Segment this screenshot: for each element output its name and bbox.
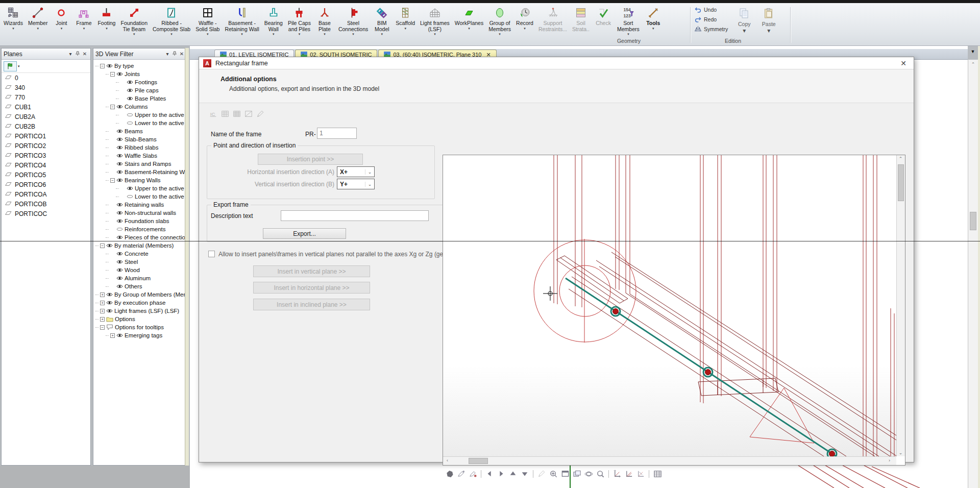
ribbon-item-bearing-wall[interactable]: BearingWall▾ <box>262 4 285 36</box>
tree-expander-icon[interactable]: − <box>100 64 105 68</box>
arrow-left-icon[interactable] <box>485 469 494 478</box>
eye-open-icon[interactable] <box>106 308 113 313</box>
axes-c-icon[interactable] <box>636 469 645 478</box>
tree-expander-icon[interactable]: + <box>100 317 105 322</box>
scrollbar-thumb[interactable] <box>898 164 904 201</box>
panel-close-icon[interactable]: ✕ <box>81 51 88 57</box>
zoom-icon[interactable] <box>596 469 605 478</box>
ribbon-item-record[interactable]: Record▾ <box>513 4 536 30</box>
plane-list-item[interactable]: PORTICO5 <box>2 170 90 180</box>
ribbon-item-frame[interactable]: Frame▾ <box>72 4 95 30</box>
insert-inclined-plane-button[interactable]: Insert in inclined plane >> <box>253 299 370 310</box>
eye-open-icon[interactable] <box>116 284 123 289</box>
ribbon-item-tools[interactable]: Tools▾ <box>642 4 665 30</box>
fit-window-icon[interactable] <box>560 469 570 478</box>
tree-node-by-group-of-members-memb[interactable]: +By Group of Members (Memb <box>93 290 187 299</box>
pen-icon[interactable] <box>537 469 546 478</box>
tree-node-lower-to-the-active-p[interactable]: Lower to the active p <box>93 119 187 127</box>
tree-node-non-structural-walls[interactable]: Non-structural walls <box>93 209 187 217</box>
zoom-window-icon[interactable] <box>549 469 558 478</box>
eye-open-icon[interactable] <box>116 235 123 240</box>
tree-node-upper-to-the-active-p[interactable]: Upper to the active p <box>93 111 187 119</box>
plane-list-item[interactable]: PORTICO4 <box>2 160 90 170</box>
tree-expander-icon[interactable]: + <box>100 301 105 305</box>
arrow-right-icon[interactable] <box>497 469 506 478</box>
eye-open-icon[interactable] <box>116 178 123 183</box>
edition-item-redo[interactable]: Redo <box>694 15 728 24</box>
scroll-up-icon[interactable]: ⌃ <box>897 156 904 161</box>
ribbon-item-base-plate[interactable]: BasePlate▾ <box>313 4 336 36</box>
tree-node-joints[interactable]: −Joints <box>93 70 187 78</box>
edition-item-symmetry[interactable]: Symmetry <box>694 25 728 34</box>
tree-node-by-execution-phase[interactable]: +By execution phase <box>93 299 187 307</box>
tree-expander-icon[interactable]: + <box>100 292 105 297</box>
eye-open-icon[interactable] <box>116 137 123 142</box>
tree-node-foundation-slabs[interactable]: Foundation slabs <box>93 217 187 225</box>
panel-pin-icon[interactable] <box>74 51 81 57</box>
tree-node-reinforcements[interactable]: Reinforcements <box>93 225 187 233</box>
ribbon-item-workplanes[interactable]: WorkPlanes▾ <box>452 4 486 30</box>
clipboard-item-copy[interactable]: Copy▾ <box>733 7 755 34</box>
ribbon-item-joint[interactable]: Joint▾ <box>50 4 72 30</box>
panel-dropdown-icon[interactable]: ▾ <box>67 51 74 57</box>
scrollbar-thumb[interactable] <box>970 212 976 230</box>
ribbon-item-soil-strata[interactable]: SoilStrata.. <box>570 4 592 32</box>
dialog-titlebar[interactable]: A Rectangular frame ✕ <box>199 57 914 69</box>
axes-a-icon[interactable] <box>612 469 622 478</box>
grid-table-icon[interactable] <box>653 469 662 478</box>
eye-open-icon[interactable] <box>116 104 123 109</box>
tree-expander-icon[interactable]: − <box>100 243 105 248</box>
pen-icon[interactable] <box>255 109 265 118</box>
export-button[interactable]: Export... <box>263 228 346 239</box>
ribbon-item-wizards[interactable]: Wizards▾ <box>1 4 26 30</box>
diagonal-box-icon[interactable] <box>243 109 253 118</box>
ribbon-item-light-frames-lsf[interactable]: Light frames(LSF)▾ <box>418 4 452 36</box>
ribbon-item-steel-connections[interactable]: SteelConnections▾ <box>336 4 371 36</box>
plane-list-item[interactable]: PORTICOB <box>2 199 90 209</box>
plane-list-item[interactable]: PORTICOA <box>2 189 90 199</box>
tree-node-options[interactable]: +Options <box>93 315 187 323</box>
tree-expander-icon[interactable]: + <box>100 309 105 313</box>
arrow-up-icon[interactable] <box>508 469 518 478</box>
tree-node-wood[interactable]: Wood <box>93 266 187 274</box>
insert-vertical-plane-button[interactable]: Insert in vertical plane >> <box>253 265 370 277</box>
axes-b-icon[interactable] <box>624 469 633 478</box>
eye-open-icon[interactable] <box>106 243 113 248</box>
bubble-icon[interactable] <box>106 324 113 330</box>
eye-open-icon[interactable] <box>116 259 123 264</box>
eye-closed-icon[interactable] <box>127 112 133 117</box>
tree-node-retaining-walls[interactable]: Retaining walls <box>93 201 187 209</box>
insertion-point-button[interactable]: Insertion point >> <box>258 154 363 165</box>
eye-open-icon[interactable] <box>116 169 123 175</box>
ribbon-item-group-of-members[interactable]: Group ofMembers▾ <box>486 4 513 36</box>
tree-node-emerging-tags[interactable]: +Emerging tags <box>93 331 187 339</box>
horizontal-direction-select[interactable]: X+ ⌄ <box>337 166 375 177</box>
tree-node-columns[interactable]: −Columns <box>93 103 187 111</box>
tree-expander-icon[interactable]: − <box>110 105 115 109</box>
tree-node-steel[interactable]: Steel <box>93 258 187 266</box>
edition-item-undo[interactable]: Undo <box>694 5 728 14</box>
frame-name-input[interactable] <box>317 128 357 139</box>
pen-attach-icon[interactable] <box>456 469 465 478</box>
frame-3d-preview[interactable]: ⌃ ⌄ ‹ › <box>443 155 905 466</box>
ribbon-item-ribbed-composite-slab[interactable]: Ribbed -Composite Slab▾ <box>150 4 193 36</box>
insertion-ref-icon[interactable]: IC <box>208 109 218 118</box>
scrollbar-thumb[interactable] <box>469 458 488 464</box>
plane-list-item[interactable]: 340 <box>2 83 90 92</box>
orbit-icon[interactable] <box>584 469 593 478</box>
tree-node-concrete[interactable]: Concrete <box>93 250 187 258</box>
eye-open-icon[interactable] <box>116 129 123 134</box>
plane-list-item[interactable]: CUB1 <box>2 102 90 112</box>
tree-node-aluminum[interactable]: Aluminum <box>93 274 187 282</box>
tree-node-upper-to-the-active-p[interactable]: Upper to the active p <box>93 184 187 192</box>
scroll-right-icon[interactable]: › <box>886 458 893 463</box>
ribbon-item-member[interactable]: Member▾ <box>26 4 51 30</box>
tree-node-bearing-walls[interactable]: −Bearing Walls <box>93 176 187 184</box>
tree-node-by-type[interactable]: −By type <box>93 62 187 70</box>
eye-closed-icon[interactable] <box>127 120 133 126</box>
insert-horizontal-plane-button[interactable]: Insert in horizontal plane >> <box>253 282 370 294</box>
solid-poly-icon[interactable] <box>445 469 454 478</box>
panel-dropdown-icon[interactable]: ▾ <box>164 51 171 57</box>
eye-open-icon[interactable] <box>106 292 113 297</box>
ribbon-item-support-restraints[interactable]: SupportRestraints... <box>536 4 570 32</box>
